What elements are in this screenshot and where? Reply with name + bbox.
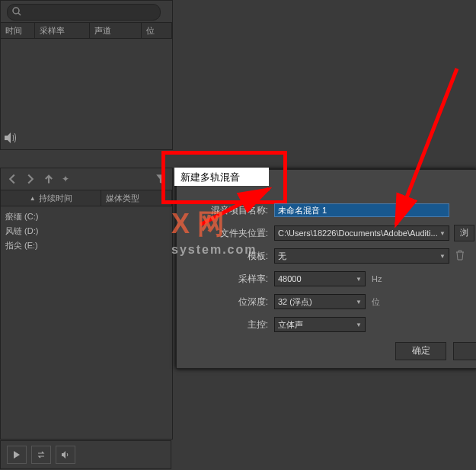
samplerate-label: 采样率: [177, 273, 274, 286]
mute-button[interactable] [56, 446, 75, 464]
bit-unit: 位 [366, 296, 380, 308]
col-duration[interactable]: ▲持续时间 [1, 190, 101, 206]
top-panel: 时间 采样率 声道 位 [0, 0, 173, 150]
new-multitrack-dialog: 新建多轨混音 混音项目名称: 文件夹位置: C:\Users\18226\Doc… [176, 169, 476, 369]
col-sample-rate[interactable]: 采样率 [35, 23, 90, 38]
cancel-button-partial[interactable] [453, 342, 476, 360]
dialog-title: 新建多轨混音 [174, 168, 269, 186]
list-item[interactable]: 风链 (D:) [5, 224, 168, 238]
samplerate-select[interactable]: 48000▼ [274, 271, 366, 286]
sound-icon[interactable] [4, 132, 18, 146]
col-time[interactable]: 时间 [1, 23, 35, 38]
files-panel: ✦ ▲持续时间 媒体类型 瘀缅 (C:) 风链 (D:) 指尖 (E:) [0, 168, 173, 440]
chevron-down-icon: ▼ [439, 230, 446, 237]
search-input[interactable] [7, 4, 161, 21]
hz-unit: Hz [366, 274, 382, 283]
chevron-left-icon[interactable] [7, 174, 18, 184]
chevron-down-icon: ▼ [439, 253, 446, 260]
master-label: 主控: [177, 318, 274, 331]
ok-button[interactable]: 确定 [395, 342, 446, 360]
list-item[interactable]: 瘀缅 (C:) [5, 209, 168, 224]
template-select[interactable]: 无▼ [274, 248, 449, 264]
search-icon [12, 7, 21, 16]
bitdepth-label: 位深度: [177, 296, 274, 309]
template-label: 模板: [177, 250, 274, 263]
chevron-right-icon[interactable] [25, 174, 36, 184]
session-name-input[interactable] [274, 203, 449, 217]
play-button[interactable] [7, 446, 27, 464]
chevron-down-icon: ▼ [356, 321, 362, 328]
filter-icon[interactable] [155, 174, 166, 184]
svg-point-0 [13, 8, 19, 14]
transport-panel [0, 440, 171, 469]
table-header: 时间 采样率 声道 位 [1, 22, 172, 39]
master-select[interactable]: 立体声▼ [274, 317, 366, 332]
bitdepth-select[interactable]: 32 (浮点)▼ [274, 294, 366, 309]
svg-line-1 [18, 13, 21, 15]
chevron-down-icon: ▼ [356, 299, 362, 305]
col-media-type[interactable]: 媒体类型 [101, 190, 172, 206]
list-item[interactable]: 指尖 (E:) [5, 238, 168, 253]
col-channel[interactable]: 声道 [90, 23, 142, 38]
up-icon[interactable] [43, 174, 54, 184]
browse-button[interactable]: 浏 [454, 225, 474, 241]
loop-button[interactable] [31, 446, 51, 464]
folder-label: 文件夹位置: [177, 227, 274, 240]
files-header: ▲持续时间 媒体类型 [1, 190, 172, 206]
col-bit[interactable]: 位 [142, 23, 172, 38]
trash-icon[interactable] [455, 250, 465, 263]
file-list: 瘀缅 (C:) 风链 (D:) 指尖 (E:) [1, 206, 172, 256]
chevron-down-icon: ▼ [356, 276, 362, 283]
files-toolbar: ✦ [1, 168, 172, 190]
name-label: 混音项目名称: [177, 204, 274, 217]
folder-select[interactable]: C:\Users\18226\Documents\Adobe\Auditi...… [274, 225, 449, 241]
